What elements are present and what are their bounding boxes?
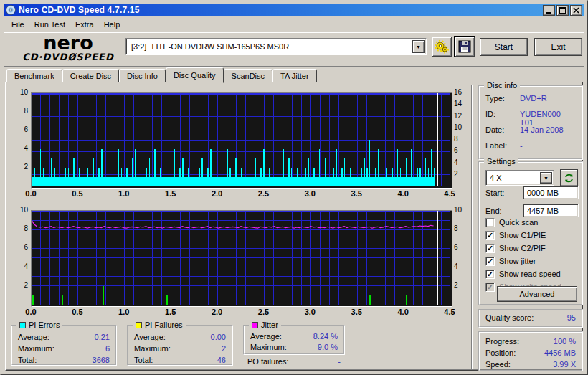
y-axis-tick-left: 4 (14, 262, 28, 270)
x-axis-tick: 4.5 (441, 308, 458, 316)
total-value: 3668 (93, 356, 110, 364)
close-button[interactable] (570, 5, 582, 16)
checkbox-show-c1-pie[interactable]: ✓Show C1/PIE (485, 230, 546, 240)
y-axis-tick-left: 6 (14, 243, 28, 251)
maximum-value: 2 (222, 344, 226, 353)
pi-errors-stats-box: PI Errors Average:0.21 Maximum:6 Total:3… (11, 325, 117, 366)
maximize-button[interactable] (556, 5, 569, 16)
jitter-swatch-icon (252, 322, 258, 328)
x-axis-tick: 1.0 (115, 308, 133, 316)
start-field[interactable]: 0000 MB (523, 186, 579, 199)
app-icon (6, 5, 16, 15)
type-label: Type: (485, 94, 505, 103)
stat-row: Maximum:9.0 % (250, 343, 338, 353)
progress-row: Position:4456 MB (485, 348, 576, 359)
label-label: Label: (485, 141, 507, 150)
y-axis-tick-right: 4 (454, 262, 468, 270)
y-axis-tick-right: 8 (454, 135, 468, 143)
checkbox-icon[interactable]: ✓ (485, 257, 495, 266)
advanced-button[interactable]: Advanced (497, 286, 577, 302)
tab-disc-info[interactable]: Disc Info (119, 69, 166, 82)
quality-score-box: Quality score: 95 (478, 309, 583, 328)
checkbox-icon[interactable]: ✓ (485, 270, 495, 279)
maximum-label: Maximum: (18, 344, 54, 353)
toolbar-separator (4, 66, 584, 67)
menu-bar: FileRun TestExtraHelp (4, 17, 584, 32)
x-axis-tick: 3.0 (301, 189, 318, 198)
speed-value: 3.99 X (553, 360, 576, 369)
speed-select[interactable]: 4 X ▼ (485, 170, 554, 186)
panel-divider (471, 85, 473, 369)
tab-create-disc[interactable]: Create Disc (62, 69, 119, 82)
x-axis-tick: 4.0 (394, 308, 412, 316)
minimize-button[interactable] (543, 5, 555, 16)
app-window: Nero CD-DVD Speed 4.7.7.15 FileRun TestE… (0, 0, 588, 375)
y-axis-tick-right: 12 (454, 112, 468, 120)
quality-score-row: Quality score: 95 (485, 313, 576, 323)
tab-disc-quality[interactable]: Disc Quality (166, 67, 224, 83)
end-label: End: (485, 207, 502, 215)
pi-failures-stats-box: PI Failures Average:0.00 Maximum:2 Total… (127, 325, 233, 366)
speed-label: Speed: (485, 360, 511, 369)
y-axis-tick-right: 2 (454, 281, 468, 289)
checkbox-show-jitter[interactable]: ✓Show jitter (485, 256, 536, 266)
refresh-icon (564, 173, 574, 184)
stat-row: Total:46 (134, 356, 226, 366)
save-button[interactable] (455, 37, 475, 57)
settings-box: Settings 4 X ▼ Start: 0000 MB End: 4457 … (478, 161, 583, 305)
title-bar: Nero CD-DVD Speed 4.7.7.15 (4, 4, 584, 16)
checkbox-show-read-speed[interactable]: ✓Show read speed (485, 269, 561, 279)
checkbox-quick-scan[interactable]: Quick scan (485, 217, 538, 227)
options-button[interactable] (432, 37, 452, 57)
refresh-button[interactable] (560, 169, 578, 186)
speed-select-arrow-icon[interactable]: ▼ (540, 172, 552, 184)
average-label: Average: (134, 333, 166, 341)
menu-item-file[interactable]: File (6, 19, 29, 30)
menu-item-help[interactable]: Help (99, 19, 125, 30)
exit-button[interactable]: Exit (534, 38, 582, 56)
menu-item-extra[interactable]: Extra (70, 19, 99, 30)
tab-scandisc[interactable]: ScanDisc (224, 69, 272, 82)
x-axis-tick: 4.5 (441, 189, 458, 198)
x-axis-tick: 0.0 (22, 308, 39, 316)
average-value: 0.00 (211, 333, 226, 341)
checkbox-icon[interactable]: ✓ (485, 244, 495, 253)
drive-select[interactable]: [3:2] LITE-ON DVDRW SHM-165P6S MS0R ▼ (125, 38, 427, 55)
pi-errors-swatch-icon (19, 322, 26, 328)
y-axis-tick-left: 6 (14, 125, 28, 133)
nero-logo-text: nero (11, 34, 125, 52)
menu-item-run-test[interactable]: Run Test (29, 19, 70, 30)
x-axis-tick: 0.5 (69, 308, 86, 316)
disc-info-box: Disc info Type:DVD+R ID:YUDEN000 T01 Dat… (478, 85, 583, 160)
x-axis-tick: 2.0 (209, 308, 226, 316)
drive-bus: [3:2] (126, 42, 146, 51)
x-axis-tick: 1.5 (162, 308, 179, 316)
cdvd-speed-logo-text: CD·DVDØSPEED (11, 52, 125, 62)
end-field[interactable]: 4457 MB (523, 204, 579, 217)
checkbox-label: Show read speed (499, 270, 561, 278)
checkbox-show-c2-pif[interactable]: ✓Show C2/PIF (485, 243, 546, 253)
x-axis-tick: 3.0 (301, 308, 318, 316)
floppy-disk-icon (458, 40, 471, 53)
po-failures-value: - (338, 357, 341, 366)
tab-ta-jitter[interactable]: TA Jitter (272, 69, 317, 82)
x-axis-tick: 1.5 (162, 189, 179, 198)
total-value: 46 (217, 356, 226, 364)
pi-errors-stats-title: PI Errors (16, 321, 62, 329)
checkbox-label: Show jitter (499, 257, 536, 265)
start-label: Start: (485, 189, 504, 197)
y-axis-tick-left: 2 (14, 163, 28, 171)
checkbox-icon[interactable] (485, 218, 495, 227)
tab-benchmark[interactable]: Benchmark (6, 69, 62, 82)
y-axis-tick-right: 10 (454, 123, 468, 131)
start-button[interactable]: Start (480, 38, 528, 56)
average-label: Average: (250, 332, 282, 341)
x-axis-tick: 2.5 (255, 189, 272, 198)
jitter-chart (31, 210, 452, 307)
drive-select-arrow-icon[interactable]: ▼ (412, 40, 425, 53)
checkbox-icon[interactable]: ✓ (485, 231, 495, 240)
progress-value: 100 % (554, 337, 576, 346)
id-value: YUDEN000 T01 (520, 110, 576, 127)
x-axis-tick: 4.0 (394, 189, 412, 198)
nero-logo: nero CD·DVDØSPEED (11, 34, 125, 62)
